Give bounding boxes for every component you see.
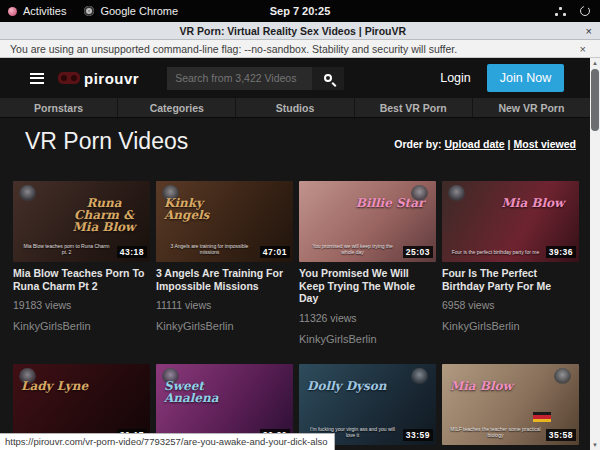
scrollbar-thumb[interactable] [591,69,599,131]
nav-item-categories[interactable]: Categories [117,98,235,117]
browser-tab-strip: VR Porn: Virtual Reality Sex Videos | Pi… [0,22,600,40]
duration-badge: 33:59 [403,429,433,441]
chrome-infobar: You are using an unsupported command-lin… [0,40,600,58]
search-input[interactable] [167,67,312,90]
video-title[interactable]: You Promised We Will Keep Trying The Who… [299,267,436,305]
page-title: VR Porn Videos [25,128,188,155]
thumbnail-overlay-name: Mia Blow [493,197,573,209]
thumbnail-caption: Four is the perfect birthday party for m… [450,249,541,255]
search-button[interactable] [312,67,344,90]
search-icon [324,74,332,82]
infobar-close-icon[interactable]: × [580,43,586,55]
view-count: 19183 views [13,299,150,311]
view-count: 11111 views [156,299,293,311]
video-thumbnail[interactable]: Runa Charm & Mia Blow Mia Blow teaches p… [13,181,150,262]
nav-item-pornstars[interactable]: Pornstars [0,98,117,117]
video-card[interactable]: Mia Blow Four is the perfect birthday pa… [442,181,579,345]
status-bar-url: https://pirouvr.com/vr-porn-video/779325… [0,433,335,450]
scrollbar-down-icon[interactable]: ▼ [590,440,600,450]
browser-viewport: pirouvr Login Join Now Pornstars Categor… [0,58,600,450]
screen: Activities Google Chrome Sep 7 20:25 VR … [0,0,600,450]
site-logo[interactable]: pirouvr [58,70,139,87]
thumbnail-caption: 3 Angels are training for impossible mis… [164,243,255,255]
thumbnail-overlay-name: Kinky Angels [164,197,244,221]
thumbnail-caption: MILF teaches the teacher some practical … [450,426,541,438]
thumbnail-caption: Mia Blow teaches porn to Runa Charm pt. … [21,243,112,255]
channel-logo-icon [19,185,36,202]
duration-badge: 25:03 [403,246,433,258]
thumbnail-overlay-name: Lady Lyne [21,380,101,392]
video-card[interactable]: Billie Star You promised we will keep tr… [299,181,436,345]
video-thumbnail[interactable]: Billie Star You promised we will keep tr… [299,181,436,262]
menu-hamburger-icon[interactable] [30,70,44,86]
thumbnail-overlay-name: Billie Star [350,197,430,209]
channel-link[interactable]: KinkyGirlsBerlin [156,320,293,332]
german-flag-icon [533,412,551,423]
power-icon [580,6,590,16]
video-card[interactable]: Kinky Angels 3 Angels are training for i… [156,181,293,345]
video-card[interactable]: Runa Charm & Mia Blow Mia Blow teaches p… [13,181,150,345]
tab-title[interactable]: VR Porn: Virtual Reality Sex Videos | Pi… [0,25,586,37]
order-most-viewed-link[interactable]: Most viewed [514,138,576,150]
tab-close-icon[interactable]: × [586,25,592,37]
channel-logo-icon [411,368,428,385]
video-title[interactable]: Four Is The Perfect Birthday Party For M… [442,267,579,292]
nav-item-best-vr-porn[interactable]: Best VR Porn [354,98,472,117]
duration-badge: 39:36 [546,246,576,258]
thumbnail-overlay-name: Mia Blow [450,380,530,392]
nav-item-studios[interactable]: Studios [235,98,353,117]
video-thumbnail[interactable]: Kinky Angels 3 Angels are training for i… [156,181,293,262]
duration-badge: 47:01 [260,246,290,258]
channel-logo-icon [554,368,571,385]
infobar-message: You are using an unsupported command-lin… [10,43,580,55]
login-link[interactable]: Login [440,71,471,85]
page-heading: VR Porn Videos Order by: Upload date|Mos… [0,118,590,178]
clock[interactable]: Sep 7 20:25 [0,5,600,17]
video-title[interactable]: Mia Blow Teaches Porn To Runa Charm Pt 2 [13,267,150,292]
thumbnail-overlay-name: Dolly Dyson [307,380,387,392]
thumbnail-overlay-name: Sweet Analena [164,380,244,404]
join-now-button[interactable]: Join Now [487,64,564,92]
scrollbar[interactable]: ▲ ▼ [590,58,600,450]
view-count: 6958 views [442,299,579,311]
channel-link[interactable]: KinkyGirlsBerlin [299,333,436,345]
search-bar [167,67,344,90]
video-thumbnail[interactable]: Mia Blow Four is the perfect birthday pa… [442,181,579,262]
scrollbar-up-icon[interactable]: ▲ [590,58,600,68]
video-card[interactable]: Mia Blow MILF teaches the teacher some p… [442,364,579,450]
site-logo-text: pirouvr [84,70,139,87]
nav-item-new-vr-porn[interactable]: New VR Porn [472,98,590,117]
desktop-top-bar: Activities Google Chrome Sep 7 20:25 [0,0,600,22]
vr-goggles-icon [58,72,80,84]
channel-link[interactable]: KinkyGirlsBerlin [442,320,579,332]
order-upload-date-link[interactable]: Upload date [445,138,505,150]
thumbnail-overlay-name: Runa Charm & Mia Blow [64,197,144,233]
channel-link[interactable]: KinkyGirlsBerlin [13,320,150,332]
duration-badge: 35:58 [546,429,576,441]
order-separator: | [508,138,511,150]
video-title[interactable]: 3 Angels Are Training For Impossible Mis… [156,267,293,292]
channel-logo-icon [448,185,465,202]
thumbnail-caption: You promised we will keep trying the who… [307,243,398,255]
main-nav: Pornstars Categories Studios Best VR Por… [0,98,590,118]
network-icon [555,7,566,16]
view-count: 11326 views [299,312,436,324]
duration-badge: 43:18 [117,246,147,258]
video-thumbnail[interactable]: Mia Blow MILF teaches the teacher some p… [442,364,579,445]
order-by: Order by: Upload date|Most viewed [394,138,576,150]
site-header: pirouvr Login Join Now [0,58,590,98]
order-by-label: Order by: [394,138,441,150]
video-grid: Runa Charm & Mia Blow Mia Blow teaches p… [13,181,583,450]
